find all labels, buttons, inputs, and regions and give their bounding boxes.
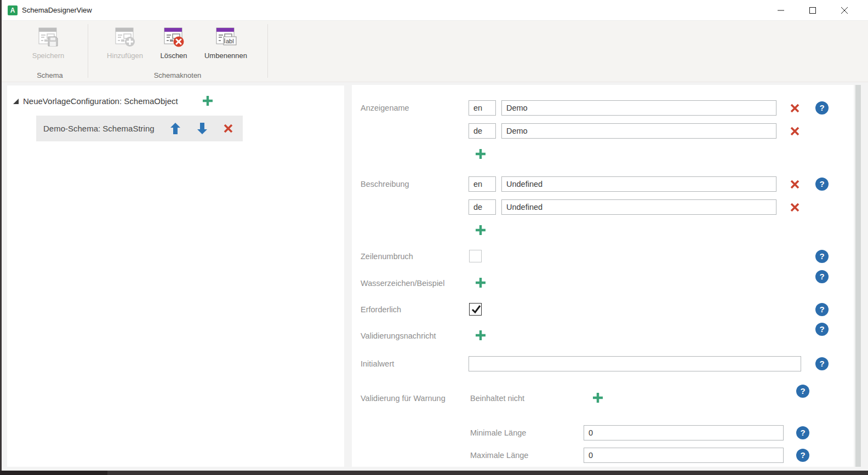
rename-node-button[interactable]: abl Umbenennen xyxy=(193,25,259,60)
checkmark-icon xyxy=(470,304,482,315)
move-down-button[interactable] xyxy=(197,123,207,134)
floppy-overlay xyxy=(48,37,58,46)
tree-child-node-label: Demo-Schema: SchemaString xyxy=(43,124,155,133)
maximize-icon xyxy=(809,7,816,14)
ribbon-separator xyxy=(267,24,268,78)
window-title: SchemaDesignerView xyxy=(22,6,92,14)
beschreibung-lang-en-input[interactable] xyxy=(469,176,496,192)
minimize-icon xyxy=(777,7,785,14)
anzeigename-en-input[interactable] xyxy=(501,100,776,116)
anzeigename-label: Anzeigename xyxy=(361,104,409,112)
erforderlich-checkbox[interactable] xyxy=(469,303,482,316)
anzeigename-de-input[interactable] xyxy=(501,123,776,139)
delete-node-button-label: Löschen xyxy=(160,51,187,60)
delete-badge xyxy=(174,37,184,47)
rename-node-icon: abl xyxy=(213,25,239,50)
close-icon xyxy=(841,7,848,14)
zeilenumbruch-help-icon[interactable]: ? xyxy=(815,250,829,263)
add-node-button-label: Hinzufügen xyxy=(107,51,143,60)
delete-node-icon xyxy=(161,25,187,50)
validierung-warnung-mode-label[interactable]: Beinhaltet nicht xyxy=(470,394,524,403)
taskbar-strip xyxy=(0,471,868,475)
move-up-button[interactable] xyxy=(170,123,180,134)
minimize-button[interactable] xyxy=(765,0,797,21)
tree-child-node[interactable]: Demo-Schema: SchemaString xyxy=(36,116,243,141)
anzeigename-help-icon[interactable]: ? xyxy=(815,101,829,115)
zeilenumbruch-checkbox[interactable] xyxy=(469,250,482,262)
tree-expander-icon[interactable] xyxy=(13,99,19,105)
erforderlich-label: Erforderlich xyxy=(361,305,401,314)
minimale-laenge-help-icon[interactable]: ? xyxy=(796,426,809,439)
maximale-laenge-help-icon[interactable]: ? xyxy=(796,449,809,462)
taskbar-strip-left xyxy=(0,471,107,475)
wasserzeichen-help-icon[interactable]: ? xyxy=(815,270,829,283)
remove-beschreibung-en-button[interactable] xyxy=(790,180,800,189)
svg-text:abl: abl xyxy=(226,38,234,44)
add-anzeigename-button[interactable] xyxy=(475,148,487,160)
initialwert-input[interactable] xyxy=(469,356,801,371)
app-icon: A xyxy=(8,5,18,15)
beschreibung-en-input[interactable] xyxy=(501,176,776,192)
tree-add-child-button[interactable] xyxy=(202,95,214,107)
validierung-warnung-help-icon[interactable]: ? xyxy=(796,385,809,398)
beschreibung-label: Beschreibung xyxy=(361,180,409,188)
rename-badge: abl xyxy=(224,37,236,45)
add-warnung-regel-button[interactable] xyxy=(592,392,604,404)
beschreibung-de-input[interactable] xyxy=(501,199,776,215)
ribbon-group-schema: Schema xyxy=(22,71,77,79)
add-validierungsnachricht-button[interactable] xyxy=(475,329,487,341)
rename-node-button-label: Umbenennen xyxy=(204,51,247,60)
vertical-scrollbar[interactable] xyxy=(855,85,861,467)
save-icon xyxy=(35,25,61,50)
initialwert-label: Initialwert xyxy=(361,359,394,368)
ribbon-toolbar: Speichern Schema Hinzufügen xyxy=(2,21,868,82)
validierungsnachricht-help-icon[interactable]: ? xyxy=(815,323,829,336)
anzeigename-lang-en-input[interactable] xyxy=(469,100,496,116)
remove-anzeigename-en-button[interactable] xyxy=(790,104,800,113)
add-beschreibung-button[interactable] xyxy=(475,224,487,236)
initialwert-help-icon[interactable]: ? xyxy=(815,357,829,370)
add-wasserzeichen-button[interactable] xyxy=(475,277,487,289)
delete-child-button[interactable] xyxy=(224,124,233,133)
plus-badge xyxy=(125,37,135,47)
ribbon-group-schemaknoten: Schemaknoten xyxy=(145,71,210,79)
tree-root-node[interactable]: NeueVorlageConfiguration: SchemaObject xyxy=(23,96,178,106)
beschreibung-help-icon[interactable]: ? xyxy=(815,178,829,191)
ribbon-separator xyxy=(88,24,88,78)
close-button[interactable] xyxy=(829,0,860,21)
titlebar[interactable]: A SchemaDesignerView xyxy=(2,0,868,21)
wasserzeichen-label: Wasserzeichen/Beispiel xyxy=(361,279,444,288)
maximize-button[interactable] xyxy=(797,0,829,21)
validierungsnachricht-label: Validierungsnachricht xyxy=(361,331,436,340)
maximale-laenge-input[interactable] xyxy=(584,448,784,463)
validierung-warnung-label: Validierung für Warnung xyxy=(361,394,446,403)
erforderlich-help-icon[interactable]: ? xyxy=(815,303,829,316)
minimale-laenge-input[interactable] xyxy=(584,425,784,440)
remove-beschreibung-de-button[interactable] xyxy=(790,203,800,212)
schema-properties-panel: Anzeigename ? Beschreibung ? Zeilenumbru… xyxy=(352,85,854,467)
add-node-icon xyxy=(112,25,138,50)
zeilenumbruch-label: Zeilenumbruch xyxy=(361,252,413,261)
schema-tree-panel: NeueVorlageConfiguration: SchemaObject D… xyxy=(7,85,344,467)
save-button-label: Speichern xyxy=(32,51,65,60)
beschreibung-lang-de-input[interactable] xyxy=(469,199,496,215)
minimale-laenge-label: Minimale Länge xyxy=(470,428,526,437)
app-window: A SchemaDesignerView xyxy=(0,0,868,475)
save-button[interactable]: Speichern xyxy=(21,25,76,60)
maximale-laenge-label: Maximale Länge xyxy=(470,451,528,460)
remove-anzeigename-de-button[interactable] xyxy=(790,127,800,136)
anzeigename-lang-de-input[interactable] xyxy=(469,123,496,139)
